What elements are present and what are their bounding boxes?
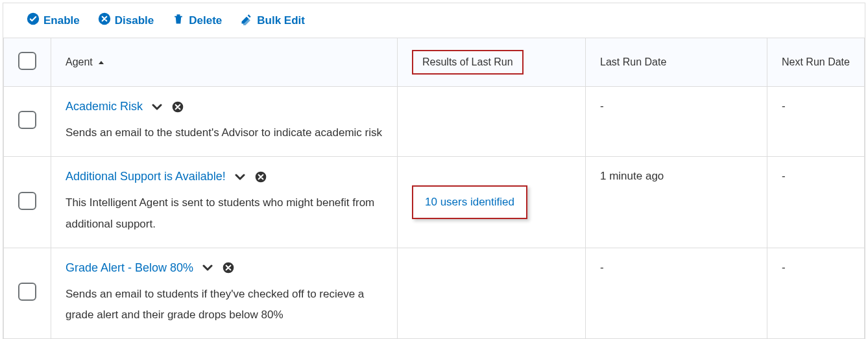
results-cell [398,248,586,339]
agent-description: This Intelligent Agent is sent to studen… [66,193,383,235]
disable-button[interactable]: Disable [98,12,154,29]
agents-table: Agent Results of Last Run Last Run Date … [3,38,865,339]
agent-header[interactable]: Agent [51,38,398,87]
lastrun-header: Last Run Date [586,38,767,87]
chevron-down-icon[interactable] [235,173,245,181]
lastrun-cell: 1 minute ago [586,157,767,248]
sort-asc-icon [98,60,104,66]
results-cell [398,87,586,157]
select-all-header [4,38,51,87]
enable-button[interactable]: Enable [27,12,80,29]
lastrun-cell: - [586,87,767,157]
nextrun-cell: - [767,157,865,248]
agent-header-label: Agent [66,56,93,67]
table-row: Academic Risk Sends an email to the stud… [4,87,865,157]
chevron-down-icon[interactable] [152,103,162,111]
agent-link[interactable]: Additional Support is Available! [66,170,226,183]
agent-description: Sends an email to students if they've ch… [66,284,383,326]
delete-label: Delete [189,14,222,27]
agent-link[interactable]: Academic Risk [66,100,143,113]
bulk-edit-button[interactable]: Bulk Edit [240,12,305,29]
nextrun-cell: - [767,87,865,157]
disabled-icon [171,100,184,113]
row-checkbox[interactable] [18,111,36,129]
toolbar: Enable Disable Delete Bulk Edit [3,3,865,38]
results-header: Results of Last Run [398,38,586,87]
bulk-edit-label: Bulk Edit [257,14,305,27]
results-header-label: Results of Last Run [412,50,524,75]
agent-description: Sends an email to the student's Advisor … [66,123,383,143]
results-link[interactable]: 10 users identified [425,196,514,208]
enable-label: Enable [43,14,80,27]
select-all-checkbox[interactable] [18,52,36,70]
nextrun-header-label: Next Run Date [782,56,850,67]
results-cell: 10 users identified [398,157,586,248]
disabled-icon [254,170,267,183]
agent-link[interactable]: Grade Alert - Below 80% [66,261,193,275]
x-circle-icon [98,12,111,29]
nextrun-cell: - [767,248,865,339]
table-row: Grade Alert - Below 80% Sends an email t… [4,248,865,339]
nextrun-header: Next Run Date [767,38,865,87]
disable-label: Disable [115,14,154,27]
disabled-icon [222,261,235,274]
check-circle-icon [27,12,40,29]
bulk-edit-icon [240,12,253,29]
lastrun-cell: - [586,248,767,339]
trash-icon [172,12,185,29]
chevron-down-icon[interactable] [202,264,213,272]
row-checkbox[interactable] [18,192,36,210]
table-row: Additional Support is Available! This In… [4,157,865,248]
row-checkbox[interactable] [18,283,36,301]
delete-button[interactable]: Delete [172,12,222,29]
lastrun-header-label: Last Run Date [600,56,666,67]
